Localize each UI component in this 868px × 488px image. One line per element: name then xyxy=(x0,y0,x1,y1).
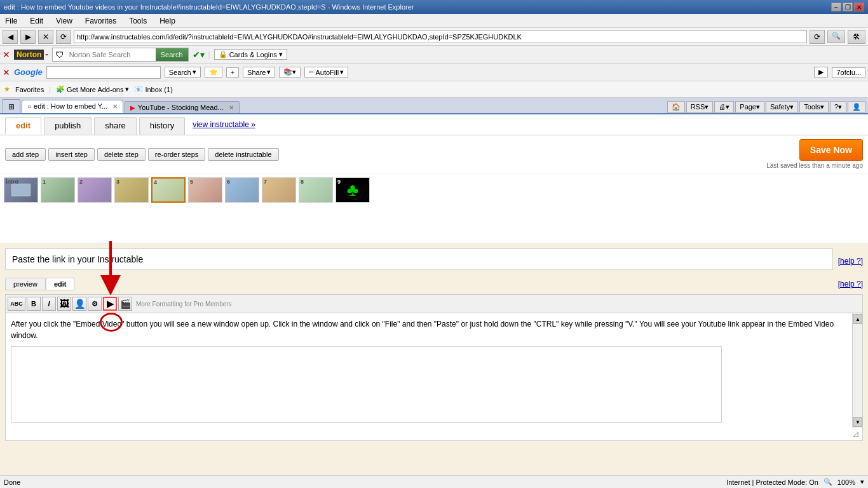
insert-step-button[interactable]: insert step xyxy=(48,148,95,161)
search-icon-right[interactable]: 🔍 xyxy=(827,30,845,43)
tools-menu-button[interactable]: Tools▾ xyxy=(799,101,829,113)
italic-button[interactable]: I xyxy=(42,297,56,311)
norton-search-input[interactable] xyxy=(67,48,156,61)
rss-button[interactable]: RSS▾ xyxy=(686,101,714,113)
tab-publish[interactable]: publish xyxy=(44,117,92,135)
resize-handle[interactable]: ⊿ xyxy=(6,428,862,440)
help-link-2[interactable]: [help ?] xyxy=(838,280,863,288)
norton-cards-button[interactable]: 🔒 Cards & Logins ▾ xyxy=(214,49,287,60)
google-share-button[interactable]: Share ▾ xyxy=(243,67,275,78)
tab-grid-button[interactable]: ⊞ xyxy=(3,99,20,113)
menu-help[interactable]: Help xyxy=(157,15,178,27)
thumb-img-placeholder xyxy=(11,184,31,196)
inbox-button[interactable]: 📧 Inbox (1) xyxy=(134,85,172,93)
google-search-input[interactable] xyxy=(46,66,161,79)
google-arrow-btn[interactable]: ▶ xyxy=(814,67,828,78)
google-search-button[interactable]: Search ▾ xyxy=(165,67,201,78)
back-button[interactable]: ◀ xyxy=(3,30,18,44)
thumb-7[interactable]: 7 xyxy=(262,177,296,203)
thumb-8[interactable]: 8 xyxy=(299,177,333,203)
last-saved-text: Last saved less than a minute ago xyxy=(766,162,863,169)
address-input[interactable] xyxy=(74,30,807,43)
close-button[interactable]: ✕ xyxy=(854,3,864,11)
embed-video-button[interactable]: ▶ xyxy=(103,297,117,311)
tabs-bar: ⊞ ○ edit : How to embed Y... ✕ ▶ YouTube… xyxy=(0,98,868,114)
google-bookmarks-button[interactable]: 📚▾ xyxy=(279,67,301,78)
minimize-button[interactable]: − xyxy=(831,3,841,11)
refresh-btn2[interactable]: ⟳ xyxy=(810,30,825,44)
person-button[interactable]: 👤 xyxy=(848,101,865,113)
add-step-button[interactable]: add step xyxy=(5,148,46,161)
editor-tabs: preview edit xyxy=(5,278,74,290)
norton-dash: - xyxy=(45,50,48,59)
menu-favorites[interactable]: Favorites xyxy=(83,15,119,27)
editor-tab-preview[interactable]: preview xyxy=(5,278,46,290)
help-link-1[interactable]: [help ?] xyxy=(838,257,863,266)
window-title: edit : How to embed Youtube videos in yo… xyxy=(4,3,831,11)
google-star-button[interactable]: ⭐ xyxy=(205,67,222,78)
editor-scrollbar[interactable]: ▲ ▼ xyxy=(852,313,862,428)
thumb-3[interactable]: 3 xyxy=(114,177,149,203)
main-content-area: edit publish share history view instruct… xyxy=(0,114,868,475)
tab-edit-close[interactable]: ✕ xyxy=(112,103,118,110)
menu-tools[interactable]: Tools xyxy=(126,15,149,27)
reorder-steps-button[interactable]: re-order steps xyxy=(148,148,205,161)
tab-youtube[interactable]: ▶ YouTube - Stocking Mead... ✕ xyxy=(125,101,240,113)
tools-icon[interactable]: 🛠 xyxy=(848,30,865,44)
thumb-9[interactable]: 9 ♣ xyxy=(336,177,370,203)
zoom-arrow: ▾ xyxy=(860,478,864,486)
person-button-editor[interactable]: 👤 xyxy=(72,297,86,311)
stop-button[interactable]: ✕ xyxy=(38,30,53,44)
menu-file[interactable]: File xyxy=(3,15,20,27)
google-user-btn[interactable]: 7ofclu... xyxy=(832,67,865,78)
page-button[interactable]: Page▾ xyxy=(735,101,764,113)
delete-step-button[interactable]: delete step xyxy=(97,148,146,161)
safety-button[interactable]: Safety▾ xyxy=(766,101,798,113)
norton-search-button[interactable]: Search xyxy=(156,48,188,61)
menu-edit[interactable]: Edit xyxy=(27,15,46,27)
image-button[interactable]: 🖼 xyxy=(57,297,71,311)
thumb-intro[interactable]: intro xyxy=(4,177,38,203)
google-plus-button[interactable]: + xyxy=(226,67,239,78)
favorites-label[interactable]: Favorites xyxy=(15,86,44,93)
zoom-icon: 🔍 xyxy=(824,478,832,486)
help-button[interactable]: ?▾ xyxy=(830,101,846,113)
editor-blank-box[interactable] xyxy=(11,346,722,423)
get-addons-arrow: ▾ xyxy=(125,85,129,93)
media-button[interactable]: 🎬 xyxy=(118,297,132,311)
settings-button[interactable]: ⚙ xyxy=(88,297,102,311)
google-autofill-button[interactable]: ✏ AutoFill ▾ xyxy=(304,67,348,78)
autofill-pencil-icon: ✏ xyxy=(309,69,314,76)
forward-button[interactable]: ▶ xyxy=(20,30,36,44)
view-instructable-link[interactable]: view instructable » xyxy=(187,117,261,135)
bold-button[interactable]: B xyxy=(27,297,41,311)
print-button[interactable]: 🖨▾ xyxy=(714,101,734,113)
tab-youtube-close[interactable]: ✕ xyxy=(229,104,234,111)
thumb-6[interactable]: 6 xyxy=(225,177,259,203)
google-close-icon[interactable]: ✕ xyxy=(3,67,10,78)
editor-text-content[interactable]: After you click the "Embed Video" button… xyxy=(6,313,852,428)
editor-tab-edit[interactable]: edit xyxy=(46,278,75,290)
save-now-button[interactable]: Save Now xyxy=(799,139,863,161)
thumb-5-label: 5 xyxy=(190,179,193,185)
scroll-up-button[interactable]: ▲ xyxy=(853,314,862,324)
scroll-down-button[interactable]: ▼ xyxy=(853,417,862,427)
tab-history[interactable]: history xyxy=(139,117,185,135)
google-search-arrow: ▾ xyxy=(193,68,196,76)
thumb-4[interactable]: 4 xyxy=(151,177,186,203)
thumb-2[interactable]: 2 xyxy=(78,177,112,203)
menu-view[interactable]: View xyxy=(53,15,75,27)
tab-edit[interactable]: ○ edit : How to embed Y... ✕ xyxy=(22,100,123,113)
norton-close-icon[interactable]: ✕ xyxy=(3,50,10,60)
delete-instructable-button[interactable]: delete instructable xyxy=(208,148,278,161)
thumb-1[interactable]: 1 xyxy=(41,177,75,203)
tab-share[interactable]: share xyxy=(94,117,137,135)
pro-members-text: More Formatting for Pro Members xyxy=(136,301,232,308)
spell-check-button[interactable]: ABC xyxy=(8,297,25,311)
home-button[interactable]: 🏠 xyxy=(667,101,685,113)
tab-edit-instructable[interactable]: edit xyxy=(5,117,41,135)
get-addons-button[interactable]: 🧩 Get More Add-ons ▾ xyxy=(56,85,129,93)
refresh-button[interactable]: ⟳ xyxy=(56,30,71,44)
restore-button[interactable]: ❐ xyxy=(843,3,853,11)
thumb-5[interactable]: 5 xyxy=(188,177,222,203)
